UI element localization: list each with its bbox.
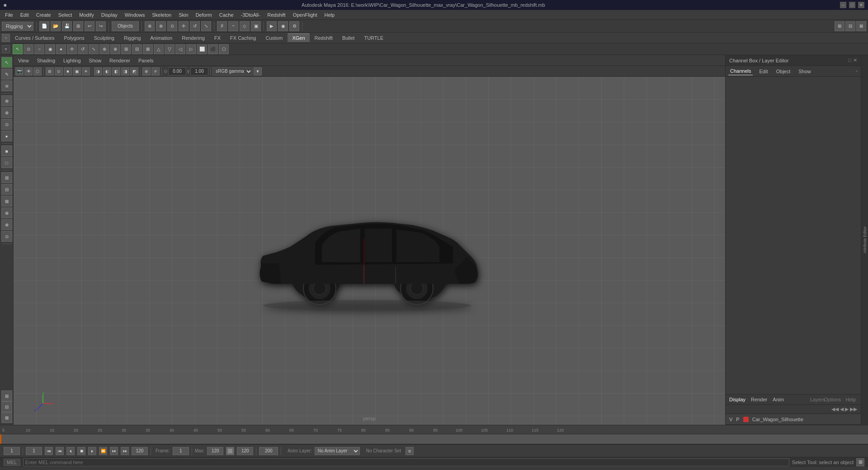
vtb-bottom3[interactable]: ⊠ — [1, 412, 12, 423]
vtb-square[interactable]: □ — [1, 157, 12, 168]
ui-btn2[interactable]: ⊟ — [845, 21, 855, 31]
ipr-btn[interactable]: ◉ — [278, 21, 288, 31]
layer-p-toggle[interactable]: P — [736, 417, 739, 422]
vtb-grid3[interactable]: ⊠ — [1, 196, 12, 207]
pb-go-end[interactable]: ⏭ — [110, 447, 118, 455]
vtb-grid2[interactable]: ⊟ — [1, 184, 12, 195]
vtb-color[interactable]: ■ — [1, 146, 12, 156]
menu-openflight[interactable]: OpenFlight — [290, 11, 321, 19]
script-editor-btn[interactable]: ⊞ — [856, 458, 864, 466]
vp-cam-btn[interactable]: 📷 — [15, 67, 24, 75]
paint-btn[interactable]: ⊙ — [167, 21, 177, 31]
save-scene-btn[interactable]: 💾 — [62, 21, 72, 31]
char-set-btn[interactable]: ≡ — [406, 447, 414, 455]
vp-colorprofile-select[interactable]: sRGB gamma — [212, 67, 253, 75]
vp-shading-btn[interactable]: ⬡ — [33, 67, 42, 75]
range-end-input[interactable] — [132, 447, 148, 455]
menu-edit[interactable]: Edit — [17, 11, 32, 19]
vtb-grid[interactable]: ⊞ — [1, 172, 12, 183]
vp-menu-renderer[interactable]: Renderer — [108, 57, 132, 64]
maximize-button[interactable]: □ — [849, 2, 855, 8]
vtb-hide[interactable]: ● — [1, 131, 12, 141]
tool-lasso[interactable]: ⊙ — [24, 44, 33, 54]
sculpt-btn[interactable]: ≋ — [1, 80, 12, 91]
snap-view-btn[interactable]: ▣ — [251, 21, 261, 31]
layer-options-btn[interactable]: Layers — [814, 396, 821, 403]
snap-grid-btn[interactable]: # — [217, 21, 227, 31]
ui-btn1[interactable]: ⊞ — [835, 21, 844, 31]
vp-menu-view[interactable]: View — [16, 57, 31, 64]
mode-select[interactable]: Rigging — [2, 22, 33, 31]
menu-toggle-btn[interactable]: ≡ — [2, 34, 10, 42]
tab-fx[interactable]: FX — [210, 34, 225, 42]
tool-3[interactable]: ◉ — [45, 44, 55, 54]
tool-paint-select[interactable]: ○ — [34, 44, 44, 54]
pb-play-fwd[interactable]: ⏵ — [88, 447, 96, 455]
vp-hud-btn[interactable]: ⊕ — [142, 67, 151, 75]
vp-vis-btn[interactable]: 👁 — [24, 67, 33, 75]
rotate-btn[interactable]: ↺ — [190, 21, 200, 31]
tab-edit[interactable]: Edit — [757, 68, 769, 75]
open-scene-btn[interactable]: 📂 — [51, 21, 61, 31]
vtb-bottom2[interactable]: ⊟ — [1, 401, 12, 412]
vtb-grid4[interactable]: ⊕ — [1, 207, 12, 218]
layer-color-swatch[interactable] — [743, 417, 749, 422]
ui-btn3[interactable]: ⊠ — [856, 21, 866, 31]
vtb-snap[interactable]: ⊕ — [1, 95, 12, 106]
scale-btn[interactable]: ⤡ — [201, 21, 211, 31]
shelf-menu-btn[interactable]: ▼ — [2, 45, 10, 53]
menu-select[interactable]: Select — [55, 11, 75, 19]
tool-20[interactable]: ⬡ — [219, 44, 229, 54]
tool-14[interactable]: △ — [154, 44, 164, 54]
vp-tex-btn[interactable]: ▣ — [73, 67, 81, 75]
pb-step-back[interactable]: ⏮ — [56, 447, 64, 455]
tab-bullet[interactable]: Bullet — [338, 34, 359, 42]
tool-15[interactable]: ▽ — [165, 44, 175, 54]
tab-channels[interactable]: Channels — [728, 67, 753, 75]
layer-tab-render[interactable]: Render — [751, 397, 767, 402]
vp-light-btn[interactable]: ☀ — [82, 67, 90, 75]
mel-input[interactable] — [23, 458, 789, 466]
menu-help[interactable]: Help — [321, 11, 338, 19]
tab-animation[interactable]: Animation — [146, 34, 177, 42]
objects-btn[interactable]: Objects — [112, 21, 139, 31]
attr-editor-label[interactable]: Attribute Editor — [863, 226, 867, 254]
tab-custom[interactable]: Custom — [261, 34, 288, 42]
vp-menu-shading[interactable]: Shading — [35, 57, 57, 64]
layer-options2-btn[interactable]: Options — [822, 396, 842, 403]
paint-btn-v[interactable]: ✎ — [1, 69, 12, 80]
mel-label[interactable]: MEL — [4, 459, 20, 466]
vp-mb-btn[interactable]: ◩ — [130, 67, 138, 75]
menu-cache[interactable]: Cache — [216, 11, 237, 19]
snap-curve-btn[interactable]: ~ — [228, 21, 238, 31]
frame-input[interactable] — [173, 447, 189, 455]
channel-box-float-btn[interactable]: □ — [848, 57, 851, 63]
menu-windows[interactable]: Windows — [122, 11, 148, 19]
select-tool-btn[interactable]: ⊕ — [145, 21, 155, 31]
menu-create[interactable]: Create — [33, 11, 54, 19]
range-start-input[interactable] — [26, 447, 42, 455]
vp-aa-btn[interactable]: ◧ — [112, 67, 120, 75]
pb-stop[interactable]: ⏹ — [77, 447, 85, 455]
menu-file[interactable]: File — [2, 11, 16, 19]
redo-btn[interactable]: ↪ — [96, 21, 106, 31]
layer-name[interactable]: Car_Wagon_Silhouette — [752, 417, 803, 422]
vtb-grid6[interactable]: ⊙ — [1, 231, 12, 242]
render-btn[interactable]: ▶ — [267, 21, 277, 31]
tool-move[interactable]: ✛ — [67, 44, 77, 54]
menu-skeleton[interactable]: Skeleton — [149, 11, 175, 19]
max-frame-input2[interactable] — [237, 447, 253, 455]
layer-tab-anim[interactable]: Anim — [773, 397, 784, 402]
tab-xgen[interactable]: XGen — [288, 33, 309, 42]
save-as-btn[interactable]: ⊞ — [73, 21, 83, 31]
vp-colorprofile-dropdown[interactable]: ▼ — [254, 67, 262, 75]
vp-menu-show[interactable]: Show — [87, 57, 104, 64]
snap-point-btn[interactable]: ◇ — [240, 21, 250, 31]
lasso-btn[interactable]: ⊗ — [156, 21, 166, 31]
tool-19[interactable]: ⬛ — [208, 44, 218, 54]
menu-deform[interactable]: Deform — [193, 11, 215, 19]
vp-menu-lighting[interactable]: Lighting — [61, 57, 83, 64]
layer-ctrl-next-next[interactable]: ▶▶ — [850, 406, 857, 412]
menu-redshift[interactable]: Redshift — [264, 11, 288, 19]
tool-scale[interactable]: ⤡ — [89, 44, 99, 54]
